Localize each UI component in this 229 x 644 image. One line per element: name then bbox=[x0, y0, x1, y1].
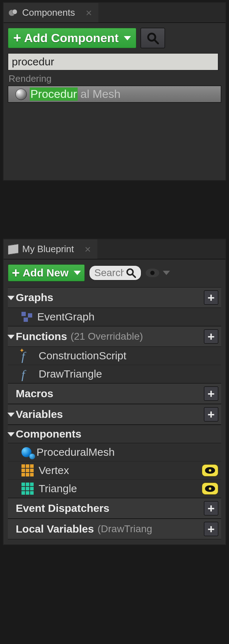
section-subtitle: (21 Overridable) bbox=[70, 331, 143, 342]
components-tab-icon bbox=[8, 8, 19, 18]
section-graphs[interactable]: Graphs + bbox=[8, 287, 221, 308]
blueprint-tab-bar: My Blueprint × bbox=[4, 239, 225, 259]
expand-icon bbox=[8, 432, 15, 436]
item-label: EventGraph bbox=[37, 311, 94, 323]
add-new-label: Add New bbox=[23, 267, 68, 279]
function-icon: f bbox=[21, 368, 34, 380]
section-local-variables[interactable]: Local Variables (DrawTriang + bbox=[8, 519, 221, 539]
expand-icon bbox=[8, 413, 15, 417]
close-icon[interactable]: × bbox=[85, 244, 91, 255]
function-override-icon: f bbox=[21, 350, 34, 362]
visibility-filter-button[interactable] bbox=[146, 269, 170, 277]
section-macros[interactable]: Macros + bbox=[8, 383, 221, 404]
blueprint-search[interactable] bbox=[89, 265, 141, 280]
add-component-button[interactable]: + Add Component bbox=[8, 28, 136, 48]
plus-icon: + bbox=[13, 34, 21, 42]
expand-icon bbox=[8, 335, 15, 339]
section-title: Local Variables bbox=[16, 523, 94, 535]
add-new-button[interactable]: + Add New bbox=[8, 264, 85, 281]
section-title: Components bbox=[16, 428, 81, 440]
item-draw-triangle[interactable]: f DrawTriangle bbox=[8, 365, 221, 383]
search-category-label: Rendering bbox=[9, 73, 220, 84]
blueprint-icon bbox=[8, 244, 19, 254]
section-title: Functions bbox=[16, 330, 67, 343]
search-icon bbox=[147, 32, 159, 44]
visibility-toggle[interactable] bbox=[202, 483, 218, 495]
section-event-dispatchers[interactable]: Event Dispatchers + bbox=[8, 498, 221, 519]
item-label: ProceduralMesh bbox=[36, 446, 114, 458]
item-label: Triangle bbox=[39, 483, 77, 495]
section-title: Graphs bbox=[16, 291, 53, 304]
item-procedural-mesh[interactable]: ProceduralMesh bbox=[8, 443, 221, 461]
dropdown-caret-icon bbox=[163, 271, 170, 275]
blueprint-search-input[interactable] bbox=[94, 267, 124, 279]
visibility-toggle[interactable] bbox=[202, 464, 218, 476]
component-ref-icon bbox=[21, 447, 31, 457]
my-blueprint-panel: My Blueprint × + Add New bbox=[3, 239, 226, 545]
add-macro-button[interactable]: + bbox=[204, 386, 218, 401]
item-label: ConstructionScript bbox=[39, 350, 126, 362]
dropdown-caret-icon bbox=[124, 36, 131, 40]
item-vertex[interactable]: Vertex bbox=[8, 461, 221, 480]
section-title: Event Dispatchers bbox=[16, 502, 109, 514]
section-subtitle: (DrawTriang bbox=[97, 523, 152, 535]
components-tab-label: Components bbox=[22, 7, 75, 18]
component-search-input[interactable] bbox=[8, 53, 218, 70]
svg-point-1 bbox=[12, 9, 17, 14]
section-functions[interactable]: Functions (21 Overridable) + bbox=[8, 326, 221, 347]
graph-icon bbox=[21, 312, 32, 322]
array-icon bbox=[21, 464, 34, 476]
item-label: Vertex bbox=[39, 464, 69, 476]
section-title: Variables bbox=[16, 408, 63, 420]
expand-icon bbox=[8, 296, 15, 300]
add-variable-button[interactable]: + bbox=[204, 407, 218, 421]
mesh-icon bbox=[15, 89, 27, 100]
section-components-vars[interactable]: Components bbox=[8, 425, 221, 443]
search-result-text-hl: Procedur bbox=[30, 88, 78, 101]
section-variables[interactable]: Variables + bbox=[8, 404, 221, 425]
array-icon bbox=[21, 483, 34, 495]
search-icon bbox=[126, 268, 136, 278]
blueprint-tab-label: My Blueprint bbox=[22, 244, 74, 255]
search-result-text-rest: al Mesh bbox=[81, 88, 121, 101]
item-triangle[interactable]: Triangle bbox=[8, 480, 221, 498]
dropdown-caret-icon bbox=[74, 271, 81, 275]
eye-icon bbox=[146, 269, 159, 277]
eye-icon bbox=[205, 467, 215, 474]
search-result-procedural-mesh[interactable]: Procedural Mesh bbox=[8, 86, 221, 103]
add-dispatcher-button[interactable]: + bbox=[204, 501, 218, 515]
components-tab[interactable]: Components × bbox=[4, 3, 98, 23]
components-tab-bar: Components × bbox=[4, 3, 225, 23]
item-label: DrawTriangle bbox=[39, 368, 102, 380]
svg-line-3 bbox=[155, 40, 158, 44]
plus-icon: + bbox=[12, 269, 20, 277]
item-event-graph[interactable]: EventGraph bbox=[8, 308, 221, 326]
close-icon[interactable]: × bbox=[86, 8, 92, 18]
add-component-label: Add Component bbox=[24, 31, 118, 45]
item-construction-script[interactable]: f ConstructionScript bbox=[8, 347, 221, 365]
eye-icon bbox=[205, 485, 215, 492]
search-toggle-button[interactable] bbox=[141, 28, 165, 48]
svg-line-5 bbox=[132, 274, 135, 277]
components-panel: Components × + Add Component Rendering P… bbox=[3, 2, 226, 181]
add-local-variable-button[interactable]: + bbox=[204, 522, 218, 536]
section-title: Macros bbox=[16, 388, 53, 400]
add-graph-button[interactable]: + bbox=[204, 290, 218, 305]
add-function-button[interactable]: + bbox=[204, 329, 218, 344]
blueprint-tab[interactable]: My Blueprint × bbox=[4, 239, 97, 259]
